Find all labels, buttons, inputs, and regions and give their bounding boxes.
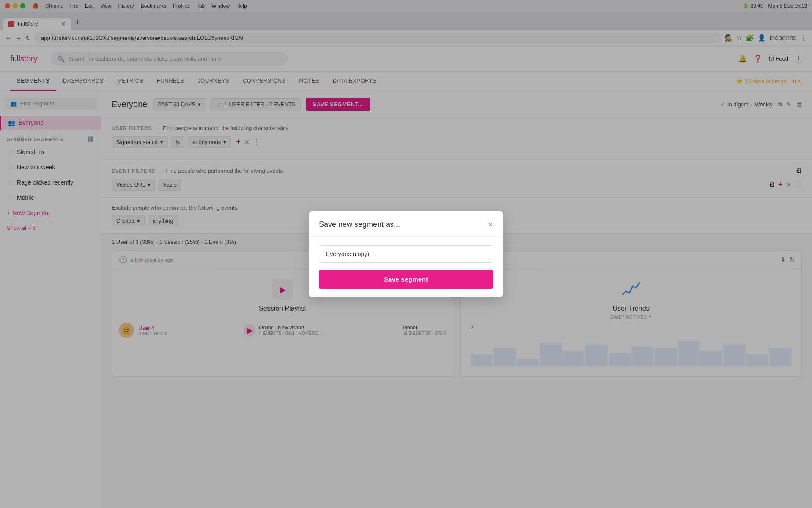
modal-close-button[interactable]: × xyxy=(488,220,493,229)
modal-header: Save new segment as... × xyxy=(309,211,503,237)
save-segment-modal-button[interactable]: Save segment xyxy=(319,270,493,289)
segment-name-input[interactable] xyxy=(319,245,493,263)
modal-overlay[interactable]: Save new segment as... × Save segment xyxy=(0,0,812,508)
save-segment-modal: Save new segment as... × Save segment xyxy=(309,211,503,297)
modal-title: Save new segment as... xyxy=(319,220,400,229)
modal-body: Save segment xyxy=(309,237,503,297)
